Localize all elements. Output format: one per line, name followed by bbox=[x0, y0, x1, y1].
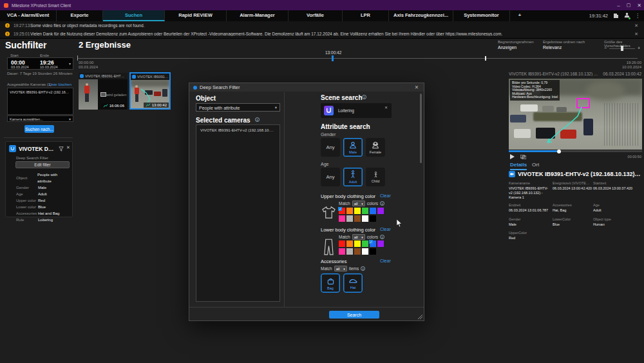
tab-add-button[interactable]: + bbox=[510, 10, 529, 21]
color-swatch-purple[interactable] bbox=[377, 240, 384, 247]
play-icon[interactable] bbox=[510, 154, 515, 159]
info-icon[interactable]: i bbox=[361, 266, 365, 271]
tab-systemmonitor[interactable]: Systemmonitor bbox=[453, 10, 510, 21]
match-mode-dropdown[interactable]: all▾ bbox=[352, 234, 365, 240]
age-any-button[interactable]: Any bbox=[321, 168, 340, 186]
color-swatch-red[interactable] bbox=[339, 240, 345, 247]
color-swatch-purple[interactable] bbox=[377, 208, 384, 214]
result-card[interactable]: VIVOTEK IB9391-EHTV-v2... wird geladen 1… bbox=[79, 73, 128, 110]
time-range-picker[interactable]: 00:00 03.03.2024 19:26 10.03.2024 ▾ bbox=[7, 57, 73, 70]
accessory-bag-button[interactable]: Bag bbox=[321, 273, 340, 293]
match-mode-dropdown[interactable]: all▾ bbox=[334, 266, 347, 271]
dialog-scrollbar[interactable] bbox=[420, 93, 422, 163]
start-date: 03.03.2024 bbox=[11, 65, 29, 69]
close-icon[interactable]: ✕ bbox=[415, 84, 419, 90]
clear-accessories-link[interactable]: Clear bbox=[380, 259, 391, 263]
filter-menu-icon[interactable]: ⋮ bbox=[41, 41, 47, 48]
object-dropdown[interactable]: People with attribute ▾ bbox=[196, 103, 280, 112]
gender-male-button[interactable]: Male bbox=[343, 138, 363, 157]
match-mode-dropdown[interactable]: all▾ bbox=[352, 201, 365, 206]
tab-rapid-review[interactable]: Rapid REVIEW bbox=[165, 10, 227, 21]
pants-icon bbox=[323, 239, 334, 256]
export-status-icon[interactable] bbox=[613, 13, 619, 19]
tab-vorfaelle[interactable]: Vorfälle bbox=[289, 10, 343, 21]
color-swatch-orange[interactable] bbox=[346, 208, 353, 214]
overflow-menu-icon[interactable]: ⋮ bbox=[635, 13, 640, 19]
result-card-selected[interactable]: VIVOTEK IB9391-EHT... 13:00:42 bbox=[129, 72, 171, 110]
accessory-hat-button[interactable]: Hat bbox=[343, 273, 363, 293]
progress-handle[interactable] bbox=[557, 150, 561, 153]
info-icon[interactable]: i bbox=[380, 235, 384, 239]
tab-vca-alarm-event[interactable]: VCA - Alarm/Event bbox=[0, 10, 57, 21]
zoom-out-icon[interactable]: − bbox=[604, 46, 607, 50]
close-icon[interactable]: ✕ bbox=[66, 145, 70, 150]
color-swatch-red[interactable]: ✓ bbox=[339, 208, 345, 214]
color-swatch-pink[interactable] bbox=[339, 248, 345, 255]
color-swatch-brown[interactable] bbox=[354, 215, 361, 222]
color-swatch-white[interactable] bbox=[362, 248, 368, 255]
search-for-button[interactable]: Suchen nach... bbox=[24, 125, 54, 133]
color-swatch-orange[interactable] bbox=[346, 240, 353, 247]
close-icon[interactable]: ✕ bbox=[637, 3, 641, 8]
slider-handle[interactable] bbox=[621, 46, 623, 51]
color-swatch-white[interactable] bbox=[362, 215, 368, 222]
sort-label: Ergebnisse ordnen nach bbox=[543, 40, 585, 44]
bounding-box-dropdown[interactable]: Anzeigen bbox=[498, 45, 516, 50]
color-swatch-gray[interactable] bbox=[346, 215, 353, 222]
timeline-result-marker[interactable] bbox=[485, 56, 486, 61]
user-profile-icon[interactable] bbox=[624, 12, 630, 19]
age-child-button[interactable]: Child bbox=[366, 168, 385, 186]
tab-details[interactable]: Details bbox=[510, 162, 527, 170]
color-swatch-blue[interactable]: ✓ bbox=[370, 240, 376, 247]
info-icon[interactable]: i bbox=[255, 117, 260, 122]
tab-alarm-manager[interactable]: Alarm-Manager bbox=[227, 10, 289, 21]
tab-ort[interactable]: Ort bbox=[532, 162, 539, 168]
sort-dropdown[interactable]: Relevanz bbox=[543, 45, 562, 50]
color-swatch-yellow[interactable] bbox=[354, 208, 361, 214]
tab-axis-kennzeichen[interactable]: Axis Fahrzeugkennzei... bbox=[389, 10, 453, 21]
gender-any-button[interactable]: Any bbox=[321, 138, 340, 157]
close-icon[interactable]: ✕ bbox=[634, 32, 638, 37]
zoom-in-icon[interactable]: + bbox=[638, 46, 640, 50]
clear-list-link[interactable]: Liste löschen bbox=[49, 83, 71, 86]
color-swatch-green[interactable] bbox=[362, 240, 368, 247]
info-icon[interactable]: i bbox=[362, 95, 366, 99]
color-swatch-pink[interactable] bbox=[339, 215, 345, 222]
scene-search-label: Scene search bbox=[321, 94, 363, 101]
dialog-titlebar[interactable]: Deep Search Filter ✕ bbox=[189, 83, 424, 92]
color-swatch-green[interactable] bbox=[362, 208, 368, 214]
tab-lpr[interactable]: LPR bbox=[343, 10, 389, 21]
color-swatch-blue[interactable] bbox=[370, 208, 376, 214]
selected-cameras-list[interactable]: VIVOTEK IB9391-EHTV-v2 (192.168.10.132) … bbox=[196, 124, 280, 302]
filter-icon[interactable] bbox=[59, 146, 64, 152]
camera-icon bbox=[132, 75, 136, 79]
color-swatch-yellow[interactable] bbox=[354, 240, 361, 247]
color-swatch-black[interactable] bbox=[370, 248, 376, 255]
dialog-search-button[interactable]: Search bbox=[329, 311, 379, 319]
edit-filter-button[interactable]: Edit filter bbox=[15, 161, 70, 168]
timeline-selected-marker[interactable] bbox=[332, 55, 334, 61]
playback-progress-bar[interactable] bbox=[509, 150, 642, 152]
clear-lower-link[interactable]: Clear bbox=[380, 227, 391, 231]
maximize-icon[interactable]: ▢ bbox=[627, 3, 631, 8]
tab-exporte[interactable]: Exporte bbox=[57, 10, 103, 21]
camera-list-item[interactable]: VIVOTEK IB9391-EHTV-v2 (192.168.10.132) … bbox=[8, 88, 73, 96]
color-swatch-gray[interactable] bbox=[346, 248, 353, 255]
minimize-icon[interactable]: – bbox=[617, 3, 620, 8]
camera-select-dropdown[interactable]: Kamera auswählen... ▾ bbox=[7, 115, 73, 122]
clear-upper-link[interactable]: Clear bbox=[380, 193, 391, 198]
video-preview[interactable]: Bilder pro Sekunde: 0,79 Video Codec: H.… bbox=[509, 79, 642, 150]
selected-camera-item[interactable]: VIVOTEK IB9391-EHTV-v2 (192.168.10.132) … bbox=[196, 125, 279, 135]
close-icon[interactable]: ✕ bbox=[634, 23, 638, 28]
info-icon[interactable]: i bbox=[380, 201, 384, 206]
camera-list[interactable]: VIVOTEK IB9391-EHTV-v2 (192.168.10.132) … bbox=[7, 88, 73, 115]
frames-icon[interactable] bbox=[520, 155, 526, 159]
results-timeline[interactable] bbox=[77, 58, 638, 59]
color-swatch-brown[interactable] bbox=[354, 248, 361, 255]
age-adult-button[interactable]: Adult bbox=[343, 168, 363, 186]
color-swatch-black[interactable] bbox=[370, 215, 376, 222]
tab-suchen[interactable]: Suchen bbox=[103, 10, 165, 21]
resize-grip[interactable] bbox=[418, 315, 422, 319]
remove-chip-icon[interactable]: ✕ bbox=[384, 105, 388, 110]
gender-female-button[interactable]: Female bbox=[366, 138, 385, 157]
